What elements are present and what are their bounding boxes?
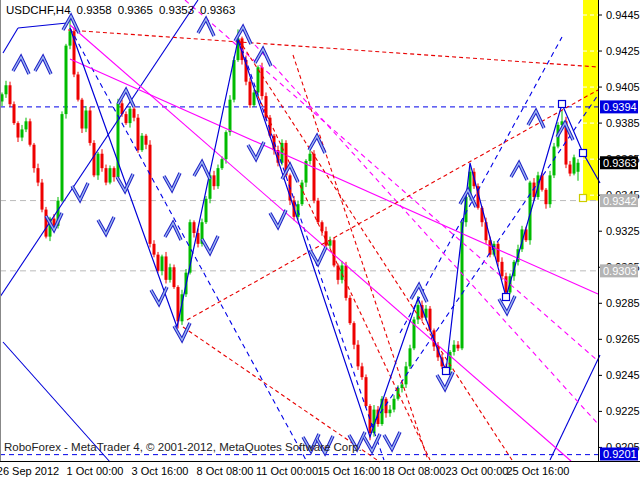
candle-body xyxy=(213,175,216,186)
trend-line xyxy=(0,0,198,297)
y-axis-label: 0.9385 xyxy=(606,117,640,129)
candle-body xyxy=(501,262,504,276)
candle-body xyxy=(453,345,456,352)
candle-body xyxy=(37,168,40,182)
square-marker xyxy=(503,294,510,301)
candle-body xyxy=(361,366,364,377)
candle-body xyxy=(409,348,412,366)
candle-body xyxy=(369,406,372,433)
candle-body xyxy=(33,145,36,168)
price-badge-label: 0.9303 xyxy=(603,265,637,277)
trend-line xyxy=(18,23,67,28)
candle-body xyxy=(193,222,196,233)
candle-body xyxy=(549,175,552,204)
y-axis-label: 0.9245 xyxy=(606,369,640,381)
candle-body xyxy=(133,109,136,118)
candle-body xyxy=(149,145,152,244)
candle-body xyxy=(393,399,396,410)
candle-body xyxy=(141,136,144,150)
candle-body xyxy=(253,92,256,105)
candle-body xyxy=(105,168,108,182)
candle-body xyxy=(101,154,104,168)
candle-body xyxy=(137,118,140,150)
candle-body xyxy=(317,201,320,223)
copyright-text: RoboForex - MetaTrader 4, © 2001-2012, M… xyxy=(4,441,362,453)
candle-body xyxy=(165,256,168,279)
candle-body xyxy=(301,183,304,205)
candle-body xyxy=(457,345,460,349)
x-axis-label: 1 Oct 00:00 xyxy=(67,465,124,477)
price-badge-label: 0.9363 xyxy=(603,157,637,169)
candle-body xyxy=(109,168,112,182)
quote-low: 0.9353 xyxy=(159,4,194,16)
x-axis-label: 23 Oct 00:00 xyxy=(446,465,509,477)
trend-line xyxy=(255,45,598,424)
candle-body xyxy=(153,244,156,255)
y-axis-label: 0.9405 xyxy=(606,81,640,93)
trend-line xyxy=(68,30,598,67)
price-badge-label: 0.9201 xyxy=(603,448,637,460)
x-axis-label: 11 Oct 00:00 xyxy=(256,465,318,477)
x-axis-label: 8 Oct 08:00 xyxy=(197,465,254,477)
candle-body xyxy=(545,190,548,204)
candle-body xyxy=(29,121,32,144)
candle-body xyxy=(173,267,176,287)
candle-body xyxy=(125,114,128,123)
square-marker xyxy=(559,101,566,108)
symbol-period-label: USDCHF,H4 xyxy=(6,4,71,16)
candle-body xyxy=(385,399,388,413)
candle-body xyxy=(9,85,12,104)
candle-body xyxy=(17,123,20,137)
y-axis-label: 0.9225 xyxy=(606,405,640,417)
candle-body xyxy=(341,265,344,279)
candle-body xyxy=(225,132,228,159)
candle-body xyxy=(77,74,80,99)
candle-body xyxy=(261,67,264,96)
candle-body xyxy=(21,129,24,137)
trend-line xyxy=(70,28,306,460)
candle-body xyxy=(573,157,576,173)
candle-body xyxy=(81,100,84,129)
candle-body xyxy=(313,154,316,201)
candle-body xyxy=(217,168,220,186)
candle-body xyxy=(389,410,392,414)
candle-body xyxy=(577,163,580,172)
x-axis-label: 15 Oct 16:00 xyxy=(318,465,381,477)
candle-body xyxy=(353,323,356,345)
quote-open: 0.9358 xyxy=(77,4,112,16)
trend-line xyxy=(187,90,598,320)
candle-body xyxy=(553,147,556,176)
target-zone xyxy=(583,0,598,201)
x-axis-label: 26 Sep 2012 xyxy=(0,465,59,477)
quote-close: 0.9363 xyxy=(200,4,235,16)
candle-body xyxy=(401,384,404,388)
price-badge-label: 0.9342 xyxy=(603,195,637,207)
chart-title: USDCHF,H40.93580.93650.93530.9363 xyxy=(6,4,241,16)
trend-line xyxy=(70,25,571,461)
y-axis-label: 0.9445 xyxy=(606,9,640,21)
y-axis-label: 0.9285 xyxy=(606,297,640,309)
candle-body xyxy=(25,121,28,129)
yellow-square-marker xyxy=(580,195,587,202)
candle-body xyxy=(357,345,360,367)
candle-body xyxy=(69,31,72,45)
square-marker xyxy=(580,150,587,157)
candle-body xyxy=(85,110,88,128)
candle-body xyxy=(333,240,336,265)
candle-body xyxy=(61,114,64,200)
candle-body xyxy=(505,276,508,292)
candle-body xyxy=(41,183,44,210)
candle-body xyxy=(145,136,148,145)
chart-canvas[interactable]: 0.94450.94250.94050.93850.93650.93450.93… xyxy=(0,0,640,480)
candle-body xyxy=(497,244,500,262)
candle-body xyxy=(45,210,48,237)
candle-body xyxy=(221,159,224,168)
candle-body xyxy=(365,377,368,406)
candles-layer xyxy=(1,19,580,441)
mt4-chart-window: 0.94450.94250.94050.93850.93650.93450.93… xyxy=(0,0,640,480)
x-axis-label: 3 Oct 16:00 xyxy=(132,465,189,477)
candle-body xyxy=(169,267,172,280)
trend-line xyxy=(550,355,600,460)
y-axis-label: 0.9425 xyxy=(606,45,640,57)
candle-body xyxy=(161,256,164,270)
